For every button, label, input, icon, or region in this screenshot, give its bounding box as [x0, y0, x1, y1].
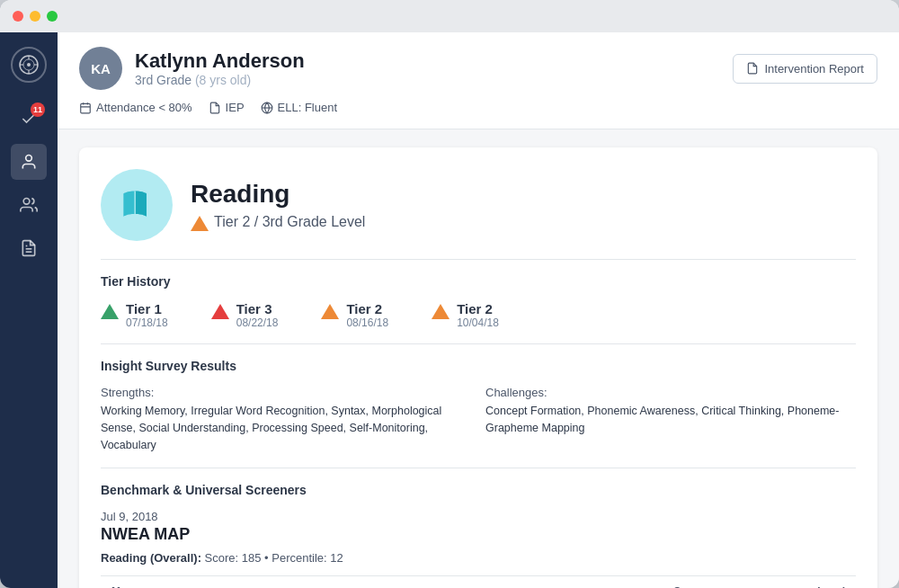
subject-icon — [101, 169, 173, 241]
tier-3-label: Tier 3 — [236, 301, 279, 316]
close-button[interactable] — [13, 11, 23, 22]
sidebar-item-reports[interactable] — [11, 230, 47, 266]
student-grade: 3rd Grade (8 yrs old) — [135, 73, 305, 87]
book-icon — [117, 185, 156, 225]
sidebar: 11 — [0, 32, 58, 588]
challenges-values: Concept Formation, Phonemic Awareness, C… — [485, 403, 856, 437]
subject-name: Reading — [191, 179, 365, 209]
student-details: Katlynn Anderson 3rd Grade (8 yrs old) — [135, 49, 305, 87]
tier-1-label: Tier 1 — [126, 301, 168, 316]
svg-point-7 — [26, 156, 32, 162]
intervention-report-button[interactable]: Intervention Report — [733, 54, 877, 84]
tier-2b-icon — [432, 304, 450, 319]
app-window: 11 — [0, 0, 899, 588]
challenges-label: Challenges: — [485, 386, 856, 399]
tier-history-section: Tier History Tier 1 07/18/18 — [101, 274, 856, 329]
title-bar — [0, 0, 899, 32]
benchmark-score-line: Reading (Overall): Score: 185 • Percenti… — [101, 551, 856, 565]
divider-3 — [101, 468, 856, 468]
app-body: 11 — [0, 32, 899, 588]
tier-1-date: 07/18/18 — [126, 316, 168, 329]
benchmark-date: Jul 9, 2018 — [101, 510, 856, 523]
strengths-values: Working Memory, Irregular Word Recogniti… — [101, 403, 471, 453]
col-measure: Measure — [101, 576, 581, 588]
tier-item-1: Tier 3 08/22/18 — [211, 301, 279, 329]
tier-1-icon — [101, 304, 119, 319]
tier-3-icon — [211, 304, 229, 319]
subject-header: Reading Tier 2 / 3rd Grade Level — [101, 169, 856, 241]
insight-grid: Strengths: Working Memory, Irregular Wor… — [101, 386, 856, 453]
sidebar-item-groups[interactable] — [11, 187, 47, 223]
strengths-label: Strengths: — [101, 386, 471, 399]
tier-history-list: Tier 1 07/18/18 Tier 3 08/22/18 — [101, 301, 856, 329]
benchmark-title: Benchmark & Universal Screeners — [101, 483, 856, 497]
col-level: Level — [715, 576, 856, 588]
student-name: Katlynn Anderson — [135, 49, 305, 73]
tier-2b-label: Tier 2 — [457, 301, 499, 316]
notification-badge: 11 — [31, 102, 45, 117]
sidebar-item-students[interactable] — [11, 144, 47, 180]
tier-item-2: Tier 2 08/16/18 — [321, 301, 388, 329]
table-header-row: Measure Score Level — [101, 576, 856, 588]
subject-tier: Tier 2 / 3rd Grade Level — [191, 213, 365, 231]
svg-rect-11 — [81, 103, 91, 113]
tier-2a-label: Tier 2 — [346, 301, 388, 316]
tier-history-title: Tier History — [101, 274, 856, 289]
tier-2b-date: 10/04/18 — [457, 316, 499, 329]
ell-badge: ELL: Fluent — [261, 101, 338, 114]
benchmark-section: Benchmark & Universal Screeners Jul 9, 2… — [101, 483, 856, 588]
main-scroll[interactable]: Reading Tier 2 / 3rd Grade Level Tier Hi… — [58, 129, 899, 588]
header-badges: Attendance < 80% IEP — [79, 101, 877, 114]
document-icon — [209, 102, 221, 114]
iep-badge: IEP — [209, 101, 245, 114]
insight-survey-section: Insight Survey Results Strengths: Workin… — [101, 359, 856, 453]
svg-point-2 — [27, 63, 31, 67]
subject-title-block: Reading Tier 2 / 3rd Grade Level — [191, 179, 365, 231]
strengths-column: Strengths: Working Memory, Irregular Wor… — [101, 386, 471, 453]
benchmark-name: NWEA MAP — [101, 525, 856, 544]
calendar-icon — [79, 102, 92, 114]
minimize-button[interactable] — [30, 11, 40, 22]
header: KA Katlynn Anderson 3rd Grade (8 yrs old… — [58, 32, 899, 129]
col-score: Score — [581, 576, 715, 588]
attendance-badge: Attendance < 80% — [79, 101, 192, 114]
tier-2a-icon — [321, 304, 339, 319]
sidebar-logo[interactable] — [11, 47, 47, 83]
report-icon — [746, 62, 759, 75]
tier-item-0: Tier 1 07/18/18 — [101, 301, 168, 329]
tier-2a-date: 08/16/18 — [346, 316, 388, 329]
student-info: KA Katlynn Anderson 3rd Grade (8 yrs old… — [79, 47, 305, 90]
sidebar-item-notifications[interactable]: 11 — [11, 101, 47, 137]
tier-triangle-icon — [191, 216, 209, 231]
divider-1 — [101, 259, 856, 260]
maximize-button[interactable] — [47, 11, 58, 22]
svg-point-8 — [23, 199, 30, 205]
insight-survey-title: Insight Survey Results — [101, 359, 856, 373]
challenges-column: Challenges: Concept Formation, Phonemic … — [485, 386, 856, 453]
content-area: KA Katlynn Anderson 3rd Grade (8 yrs old… — [58, 32, 899, 588]
globe-icon — [261, 102, 273, 114]
subject-card: Reading Tier 2 / 3rd Grade Level Tier Hi… — [79, 147, 877, 588]
tier-3-date: 08/22/18 — [236, 316, 279, 329]
benchmark-table: Measure Score Level Comprehension of Fic… — [101, 575, 856, 588]
header-top: KA Katlynn Anderson 3rd Grade (8 yrs old… — [79, 47, 877, 90]
divider-2 — [101, 343, 856, 344]
avatar: KA — [79, 47, 122, 90]
tier-item-3: Tier 2 10/04/18 — [432, 301, 499, 329]
